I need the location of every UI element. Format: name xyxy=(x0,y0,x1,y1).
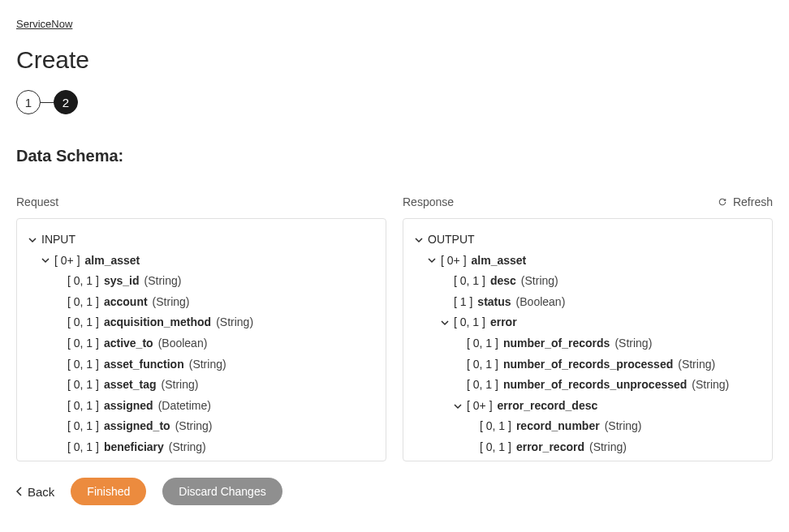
cardinality: [ 0, 1 ] xyxy=(454,315,485,331)
field-name: status xyxy=(477,294,511,311)
cardinality: [ 0, 1 ] xyxy=(480,440,511,456)
tree-spacer xyxy=(54,340,63,348)
refresh-button[interactable]: Refresh xyxy=(718,195,773,208)
cardinality: [ 0, 1 ] xyxy=(67,398,99,414)
step-1[interactable]: 1 xyxy=(16,90,41,114)
tree-row: [ 0, 1 ] desc (String) xyxy=(415,273,761,290)
stepper: 1 2 xyxy=(16,90,773,114)
chevron-down-icon[interactable] xyxy=(41,256,50,264)
tree-row[interactable]: INPUT xyxy=(28,232,374,248)
field-type: (Datetime) xyxy=(170,461,223,461)
cardinality: [ 0, 1 ] xyxy=(67,273,99,290)
refresh-icon xyxy=(718,198,726,206)
cardinality: [ 0+ ] xyxy=(54,253,80,269)
footer: Back Finished Discard Changes xyxy=(16,478,773,505)
tree-row: [ 0, 1 ] record_number (String) xyxy=(415,418,761,435)
tree-spacer xyxy=(54,444,63,452)
tree-spacer xyxy=(54,423,63,431)
tree-spacer xyxy=(454,340,462,348)
field-name: desc xyxy=(490,273,516,290)
field-name: asset_tag xyxy=(104,377,157,393)
cardinality: [ 0+ ] xyxy=(467,398,493,414)
tree-spacer xyxy=(441,298,449,307)
chevron-down-icon[interactable] xyxy=(454,402,462,410)
chevron-down-icon[interactable] xyxy=(28,236,37,244)
field-type: (String) xyxy=(605,418,642,435)
field-name: error_record xyxy=(516,440,584,456)
tree-row[interactable]: OUTPUT xyxy=(415,232,761,248)
cardinality: [ 0, 1 ] xyxy=(67,418,99,435)
cardinality: [ 0, 1 ] xyxy=(67,440,99,456)
request-column: Request INPUT[ 0+ ] alm_asset[ 0, 1 ] sy… xyxy=(16,194,386,461)
tree-row: [ 0, 1 ] assigned_to (String) xyxy=(28,418,374,435)
cardinality: [ 0, 1 ] xyxy=(67,357,99,373)
tree-row: [ 0, 1 ] asset_tag (String) xyxy=(28,377,374,393)
cardinality: [ 0, 1 ] xyxy=(67,315,99,331)
response-label: Response xyxy=(403,195,454,208)
field-name: error xyxy=(490,315,517,331)
tree-row: [ 0, 1 ] active_to (Boolean) xyxy=(28,336,374,352)
step-connector xyxy=(41,102,54,103)
field-type: (Boolean) xyxy=(516,294,566,311)
cardinality: [ 0, 1 ] xyxy=(467,377,498,393)
back-button[interactable]: Back xyxy=(16,485,54,499)
tree-row: [ 0, 1 ] number_of_records_processed (St… xyxy=(415,357,761,373)
tree-spacer xyxy=(454,381,462,389)
tree-spacer xyxy=(54,381,63,389)
tree-row[interactable]: [ 0, 1 ] error xyxy=(415,315,761,331)
field-name: checked_in xyxy=(104,461,166,461)
tree-spacer xyxy=(467,444,475,452)
tree-row[interactable]: [ 0+ ] alm_asset xyxy=(415,253,761,269)
data-schema-header: Data Schema: xyxy=(16,147,773,165)
field-type: (String) xyxy=(589,440,627,456)
field-name: assigned_to xyxy=(104,418,170,435)
field-name: alm_asset xyxy=(472,253,527,269)
field-type: (String) xyxy=(169,440,206,456)
field-name: record_number xyxy=(516,418,600,435)
field-name: alm_asset xyxy=(85,253,140,269)
tree-row: [ 0, 1 ] sys_id (String) xyxy=(28,273,374,290)
cardinality: [ 0, 1 ] xyxy=(480,418,511,435)
field-name: assigned xyxy=(104,398,153,414)
finished-button[interactable]: Finished xyxy=(71,478,146,505)
field-type: (String) xyxy=(216,315,253,331)
field-name: account xyxy=(104,294,148,311)
field-type: (String) xyxy=(175,418,213,435)
discard-button[interactable]: Discard Changes xyxy=(162,478,282,505)
step-2[interactable]: 2 xyxy=(54,90,78,114)
tree-row[interactable]: [ 0+ ] alm_asset xyxy=(28,253,374,269)
field-name: active_to xyxy=(104,336,153,352)
cardinality: [ 0, 1 ] xyxy=(454,273,485,290)
field-type: (String) xyxy=(521,273,558,290)
response-column: Response Refresh OUTPUT[ 0+ ] alm_asset[… xyxy=(403,194,773,461)
tree-row: [ 0, 1 ] asset_function (String) xyxy=(28,357,374,373)
tree-row[interactable]: [ 0+ ] error_record_desc xyxy=(415,398,761,414)
field-name: beneficiary xyxy=(104,440,164,456)
output-panel: OUTPUT[ 0+ ] alm_asset[ 0, 1 ] desc (Str… xyxy=(403,218,773,461)
tree-spacer xyxy=(467,423,475,431)
chevron-down-icon[interactable] xyxy=(415,236,423,244)
tree-row: [ 0, 1 ] number_of_records (String) xyxy=(415,336,761,352)
cardinality: [ 0, 1 ] xyxy=(67,377,99,393)
field-name: error_record_desc xyxy=(498,398,598,414)
tree-row: [ 1 ] status (Boolean) xyxy=(415,294,761,311)
field-name: number_of_records xyxy=(503,336,610,352)
tree-row: [ 0, 1 ] acquisition_method (String) xyxy=(28,315,374,331)
cardinality: [ 0, 1 ] xyxy=(467,336,498,352)
tree-row: [ 0, 1 ] beneficiary (String) xyxy=(28,440,374,456)
field-type: (Datetime) xyxy=(158,398,211,414)
field-name: acquisition_method xyxy=(104,315,211,331)
tree-row: [ 0, 1 ] error_record (String) xyxy=(415,440,761,456)
chevron-down-icon[interactable] xyxy=(428,256,436,264)
back-label: Back xyxy=(28,485,54,499)
field-name: number_of_records_unprocessed xyxy=(503,377,687,393)
chevron-down-icon[interactable] xyxy=(441,319,449,327)
tree-spacer xyxy=(54,319,63,327)
tree-spacer xyxy=(54,360,63,368)
tree-row: [ 0, 1 ] assigned (Datetime) xyxy=(28,398,374,414)
field-type: (String) xyxy=(162,377,199,393)
cardinality: [ 1 ] xyxy=(454,294,472,311)
breadcrumb[interactable]: ServiceNow xyxy=(16,18,72,30)
tree-root-label: OUTPUT xyxy=(428,232,475,248)
field-type: (String) xyxy=(614,336,652,352)
